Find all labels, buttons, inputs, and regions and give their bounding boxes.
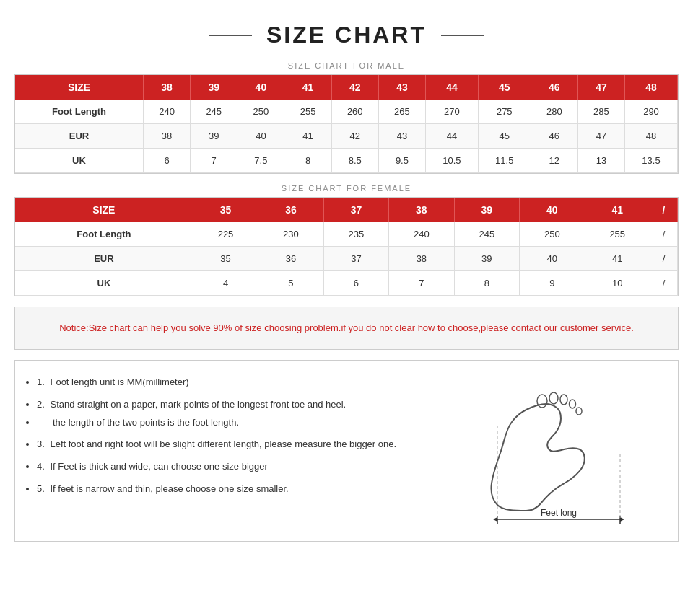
- cell-value: 40: [520, 247, 585, 271]
- cell-value: 260: [331, 100, 378, 124]
- cell-value: 230: [258, 222, 323, 247]
- female-col-38: 38: [389, 198, 454, 222]
- cell-value: 240: [389, 222, 454, 247]
- cell-value: 6: [143, 149, 190, 173]
- cell-value: 45: [478, 124, 531, 149]
- cell-value: 235: [323, 222, 388, 247]
- notice-text: Notice:Size chart can help you solve 90%…: [37, 320, 656, 336]
- row-label: EUR: [15, 247, 193, 271]
- cell-value: 240: [143, 100, 190, 124]
- cell-value: 38: [389, 247, 454, 271]
- cell-value: 39: [191, 124, 237, 149]
- female-col-36: 36: [258, 198, 323, 222]
- instructions-section: 1. Foot length unit is MM(millimeter)2. …: [14, 360, 679, 542]
- cell-value: 290: [625, 100, 678, 124]
- cell-value: 38: [143, 124, 190, 149]
- cell-value: 6: [323, 271, 388, 296]
- female-col-37: 37: [323, 198, 388, 222]
- cell-value: 37: [323, 247, 388, 271]
- cell-value: 7: [389, 271, 454, 296]
- female-table-wrapper: SIZE 35 36 37 38 39 40 41 / Foot Length2…: [14, 197, 679, 296]
- cell-value: 250: [520, 222, 585, 247]
- male-size-table: SIZE 38 39 40 41 42 43 44 45 46 47 48 Fo…: [15, 75, 678, 173]
- cell-value: 41: [284, 124, 331, 149]
- male-col-46: 46: [531, 75, 578, 100]
- cell-value: 4: [193, 271, 258, 296]
- male-col-48: 48: [625, 75, 678, 100]
- instructions-text: 1. Foot length unit is MM(millimeter)2. …: [37, 375, 454, 504]
- row-label: UK: [15, 149, 143, 173]
- svg-point-1: [549, 392, 558, 404]
- foot-diagram: Feet long: [468, 375, 656, 527]
- male-col-41: 41: [284, 75, 331, 100]
- cell-value: 36: [258, 247, 323, 271]
- cell-value: 7: [191, 149, 237, 173]
- female-size-table: SIZE 35 36 37 38 39 40 41 / Foot Length2…: [15, 198, 678, 296]
- instructions-list: 1. Foot length unit is MM(millimeter)2. …: [37, 375, 454, 497]
- title-section: SIZE CHART: [14, 22, 679, 48]
- svg-point-0: [537, 395, 547, 408]
- cell-value: 10: [585, 271, 650, 296]
- cell-value: 12: [531, 149, 578, 173]
- male-col-size: SIZE: [15, 75, 143, 100]
- cell-value: 9.5: [378, 149, 425, 173]
- cell-value: 46: [531, 124, 578, 149]
- female-col-41: 41: [585, 198, 650, 222]
- svg-point-2: [560, 395, 567, 405]
- list-item: 3. Left foot and right foot will be slig…: [37, 437, 454, 452]
- male-table-wrapper: SIZE 38 39 40 41 42 43 44 45 46 47 48 Fo…: [14, 74, 679, 174]
- cell-value: 285: [578, 100, 624, 124]
- cell-value: 40: [237, 124, 284, 149]
- cell-value: 255: [284, 100, 331, 124]
- list-item: 1. Foot length unit is MM(millimeter): [37, 375, 454, 390]
- cell-value: 43: [378, 124, 425, 149]
- cell-value: 11.5: [478, 149, 531, 173]
- cell-value: 8: [454, 271, 519, 296]
- table-row: UK45678910/: [15, 271, 678, 296]
- cell-value: 35: [193, 247, 258, 271]
- page-title: SIZE CHART: [266, 22, 427, 48]
- female-col-slash: /: [650, 198, 677, 222]
- title-line-left: [209, 35, 252, 36]
- cell-value: 255: [585, 222, 650, 247]
- cell-value: 42: [331, 124, 378, 149]
- cell-value: 270: [426, 100, 479, 124]
- female-col-35: 35: [193, 198, 258, 222]
- svg-point-3: [570, 400, 576, 408]
- list-item: the length of the two points is the foot…: [37, 415, 454, 431]
- cell-value: 13: [578, 149, 624, 173]
- table-row: EUR3839404142434445464748: [15, 124, 678, 149]
- list-item: 5. If feet is narrow and thin, please ch…: [37, 482, 454, 497]
- cell-value: /: [650, 271, 677, 296]
- list-num: 4.: [37, 461, 45, 472]
- cell-value: 225: [193, 222, 258, 247]
- male-col-47: 47: [578, 75, 624, 100]
- row-label: Foot Length: [15, 100, 143, 124]
- cell-value: 5: [258, 271, 323, 296]
- row-label: EUR: [15, 124, 143, 149]
- table-row: EUR35363738394041/: [15, 247, 678, 271]
- female-col-size: SIZE: [15, 198, 193, 222]
- table-row: UK677.588.59.510.511.5121313.5: [15, 149, 678, 173]
- male-header-row: SIZE 38 39 40 41 42 43 44 45 46 47 48: [15, 75, 678, 100]
- cell-value: 8.5: [331, 149, 378, 173]
- svg-point-4: [576, 408, 582, 415]
- male-col-43: 43: [378, 75, 425, 100]
- cell-value: /: [650, 247, 677, 271]
- cell-value: 245: [191, 100, 237, 124]
- cell-value: 245: [454, 222, 519, 247]
- male-col-38: 38: [143, 75, 190, 100]
- cell-value: 48: [625, 124, 678, 149]
- cell-value: 47: [578, 124, 624, 149]
- male-col-39: 39: [191, 75, 237, 100]
- male-col-44: 44: [426, 75, 479, 100]
- cell-value: 265: [378, 100, 425, 124]
- svg-text:Feet long: Feet long: [541, 508, 577, 518]
- cell-value: 280: [531, 100, 578, 124]
- row-label: UK: [15, 271, 193, 296]
- female-header-row: SIZE 35 36 37 38 39 40 41 /: [15, 198, 678, 222]
- cell-value: 7.5: [237, 149, 284, 173]
- female-subtitle: SIZE CHART FOR FEMALE: [14, 184, 679, 193]
- cell-value: 250: [237, 100, 284, 124]
- male-col-45: 45: [478, 75, 531, 100]
